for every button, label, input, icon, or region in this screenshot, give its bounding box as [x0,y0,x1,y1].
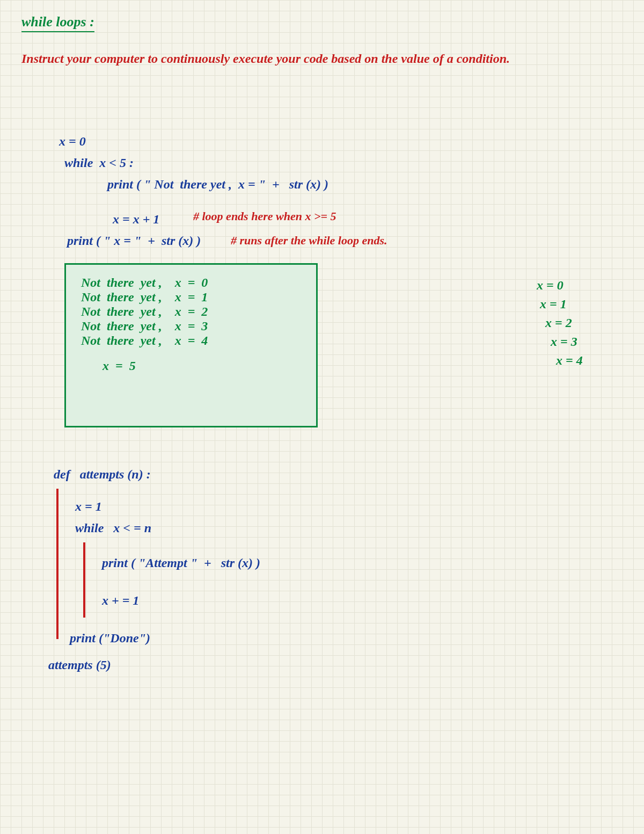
code1-comment1: # loop ends here when x >= 5 [193,209,336,223]
code2-def: def attempts (n) : [54,467,151,482]
code1-line2: while x < 5 : [64,156,134,170]
indent-bar-outer [56,489,58,639]
heading-while-loops: while loops : [21,14,94,32]
output-box: Not there yet , x = 0 Not there yet , x … [64,263,318,427]
code2-while: while x < = n [75,521,151,535]
code1-line4: x = x + 1 [113,212,159,227]
output-line-2: Not there yet , x = 1 [81,290,301,304]
output-line-3: Not there yet , x = 2 [81,304,301,319]
output-line-1: Not there yet , x = 0 [81,275,301,290]
description-text: Instruct your computer to continuously e… [21,48,612,69]
side-x4: x = 4 [556,353,583,368]
output-line-4: Not there yet , x = 3 [81,319,301,333]
code2-x1: x = 1 [75,499,102,514]
code2-call: attempts (5) [48,658,111,672]
code2-print-attempt: print ( "Attempt " + str (x) ) [102,556,260,570]
side-x1: x = 1 [540,297,583,311]
side-values: x = 0 x = 1 x = 2 x = 3 x = 4 [537,274,583,372]
code1-line3: print ( " Not there yet , x = " + str (x… [107,177,328,192]
side-x3: x = 3 [551,335,583,349]
code1-line1: x = 0 [59,134,86,149]
code2-print-done: print ("Done") [70,631,150,646]
side-x0: x = 0 [537,278,583,293]
code2-increment: x + = 1 [102,593,139,608]
output-line-5: Not there yet , x = 4 [81,333,301,348]
code1-comment2: # runs after the while loop ends. [231,234,387,248]
output-line-6: x = 5 [103,359,301,373]
code1-line5: print ( " x = " + str (x) ) [67,234,201,248]
side-x2: x = 2 [545,316,583,330]
indent-bar-inner [83,542,85,618]
